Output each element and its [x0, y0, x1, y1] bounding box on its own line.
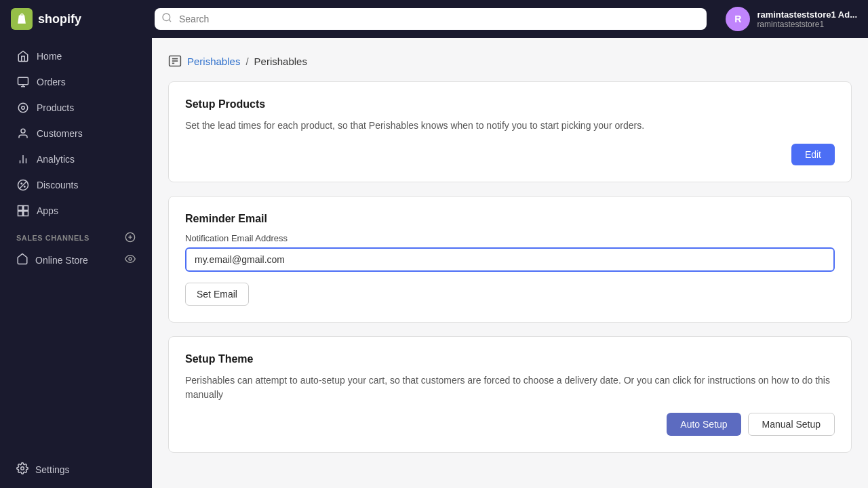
products-icon [16, 101, 30, 115]
sidebar-item-analytics[interactable]: Analytics [5, 147, 146, 171]
breadcrumb-separator: / [245, 56, 248, 67]
setup-theme-card: Setup Theme Perishables can attempt to a… [168, 336, 852, 453]
setup-products-card: Setup Products Set the lead times for ea… [168, 81, 852, 182]
sales-channels-section: SALES CHANNELS [5, 224, 146, 247]
user-area: R ramintasteststore1 Ad... ramintastests… [726, 7, 857, 31]
layout: Home Orders Products Customers Analytics [0, 38, 868, 488]
email-input[interactable] [185, 247, 835, 272]
svg-point-5 [18, 103, 28, 113]
sidebar-item-orders[interactable]: Orders [5, 70, 146, 94]
email-label: Notification Email Address [185, 233, 835, 243]
sidebar-item-settings[interactable]: Settings [5, 457, 146, 482]
set-email-button[interactable]: Set Email [185, 283, 249, 306]
setup-theme-title: Setup Theme [185, 353, 835, 365]
breadcrumb: Perishables / Perishables [168, 54, 852, 68]
main-content: Perishables / Perishables Setup Products… [152, 38, 868, 488]
customers-icon [16, 127, 30, 140]
sidebar-item-apps[interactable]: Apps [5, 199, 146, 223]
breadcrumb-current: Perishables [254, 56, 307, 67]
edit-button[interactable]: Edit [791, 144, 835, 165]
user-info: ramintasteststore1 Ad... ramintasteststo… [757, 9, 857, 29]
settings-icon [16, 462, 28, 476]
shopify-bag-icon [15, 12, 28, 26]
sales-channels-label: SALES CHANNELS [16, 234, 90, 242]
online-store-label: Online Store [35, 255, 88, 266]
setup-products-actions: Edit [185, 144, 835, 165]
sidebar: Home Orders Products Customers Analytics [0, 38, 152, 488]
setup-products-description: Set the lead times for each product, so … [185, 119, 835, 133]
svg-rect-14 [18, 206, 23, 211]
shopify-logo-icon [11, 8, 33, 30]
search-icon [161, 12, 172, 26]
sidebar-item-discounts-label: Discounts [37, 180, 78, 190]
topbar: shopify R ramintasteststore1 Ad... ramin… [0, 0, 868, 38]
user-name: ramintasteststore1 Ad... [757, 9, 857, 20]
svg-point-22 [21, 467, 24, 470]
breadcrumb-icon [168, 54, 182, 68]
avatar: R [726, 7, 750, 31]
orders-icon [16, 75, 30, 89]
shopify-logo-text: shopify [38, 12, 81, 26]
sidebar-item-home[interactable]: Home [5, 44, 146, 68]
sidebar-item-online-store[interactable]: Online Store [5, 247, 146, 272]
sidebar-item-apps-label: Apps [37, 205, 58, 216]
home-icon [16, 49, 30, 63]
setup-theme-description: Perishables can attempt to auto-setup yo… [185, 373, 835, 402]
discounts-icon [16, 178, 30, 192]
svg-rect-2 [18, 77, 28, 85]
sidebar-item-discounts[interactable]: Discounts [5, 173, 146, 197]
analytics-icon [16, 152, 30, 166]
svg-point-21 [129, 258, 132, 260]
svg-line-1 [169, 20, 171, 22]
sidebar-item-customers-label: Customers [37, 128, 83, 139]
apps-icon [16, 204, 30, 218]
add-sales-channel-icon[interactable] [125, 232, 136, 244]
sidebar-item-home-label: Home [37, 51, 62, 62]
breadcrumb-parent[interactable]: Perishables [187, 56, 240, 67]
user-store: ramintasteststore1 [757, 20, 857, 29]
svg-point-12 [24, 186, 26, 188]
svg-rect-16 [18, 211, 23, 216]
sidebar-item-orders-label: Orders [37, 77, 66, 87]
online-store-visibility-icon [125, 253, 136, 266]
setup-products-title: Setup Products [185, 98, 835, 110]
svg-point-11 [21, 183, 22, 184]
email-form-group: Notification Email Address [185, 233, 835, 272]
settings-label: Settings [35, 464, 70, 475]
online-store-icon [16, 253, 28, 267]
sidebar-item-products-label: Products [37, 102, 74, 113]
setup-theme-actions: Auto Setup Manual Setup [185, 413, 835, 436]
svg-line-13 [19, 181, 27, 189]
search-bar [155, 8, 707, 30]
auto-setup-button[interactable]: Auto Setup [667, 413, 741, 436]
online-store-left: Online Store [16, 253, 88, 267]
svg-point-6 [22, 106, 25, 110]
manual-setup-button[interactable]: Manual Setup [748, 413, 835, 436]
shopify-logo[interactable]: shopify [11, 8, 146, 30]
svg-point-0 [163, 14, 170, 21]
svg-point-7 [21, 129, 25, 133]
svg-rect-17 [24, 211, 28, 216]
sidebar-item-analytics-label: Analytics [37, 154, 75, 165]
reminder-email-title: Reminder Email [185, 213, 835, 225]
sidebar-item-products[interactable]: Products [5, 96, 146, 120]
reminder-email-card: Reminder Email Notification Email Addres… [168, 196, 852, 323]
search-input[interactable] [155, 8, 707, 30]
svg-rect-15 [24, 206, 28, 211]
sidebar-item-customers[interactable]: Customers [5, 121, 146, 146]
